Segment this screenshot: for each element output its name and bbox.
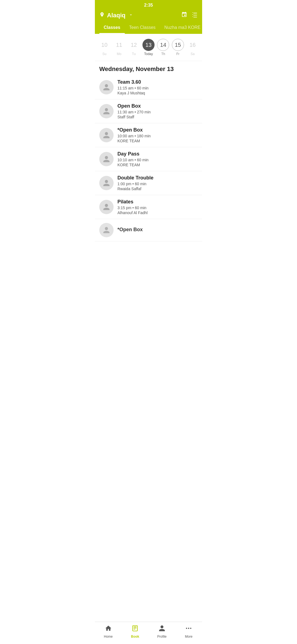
chevron-down-icon [129,13,133,18]
class-trainer: KORE TEAM [117,139,198,143]
class-time: 11:30 am • 270 min [117,110,198,114]
class-name: Open Box [117,103,198,109]
class-trainer: Alhanouf Al Fadhl [117,211,198,215]
avatar [99,128,114,142]
calendar-days: 10 Su 11 Mo 12 Tu 13 Today 14 Th 15 Fr 1… [97,37,200,58]
class-info: Day Pass 10:10 am • 60 min KORE TEAM [117,151,198,167]
day-15[interactable]: 15 Fr [170,37,185,58]
class-info: Open Box 11:30 am • 270 min Staff Staff [117,103,198,119]
day-14[interactable]: 14 Th [156,37,170,58]
class-name: Double Trouble [117,175,198,181]
class-name: Day Pass [117,151,198,157]
avatar [99,104,114,118]
class-item-openbox1[interactable]: Open Box 11:30 am • 270 min Staff Staff [95,99,202,123]
header-right [181,12,198,19]
class-info: *Open Box [117,227,198,233]
avatar [99,152,114,166]
date-heading: Wednesday, November 13 [95,61,202,75]
class-info: *Open Box 10:00 am • 180 min KORE TEAM [117,127,198,143]
avatar [99,200,114,214]
status-time: 2:35 [144,3,153,8]
filter-icon[interactable] [192,12,198,19]
day-10[interactable]: 10 Su [97,37,112,58]
status-bar: 2:35 [95,0,202,9]
header-left[interactable]: Alaqiq [99,12,133,19]
class-item-openbox-star[interactable]: *Open Box 10:00 am • 180 min KORE TEAM [95,123,202,147]
class-time: 1:00 pm • 60 min [117,182,198,186]
avatar [99,223,114,237]
tab-nuzha[interactable]: Nuzha ma3 KORE [160,22,202,34]
class-time: 3:15 pm • 60 min [117,206,198,210]
class-item-daypass[interactable]: Day Pass 10:10 am • 60 min KORE TEAM [95,147,202,171]
class-info: Team 3.60 11:15 am • 60 min Kaya J Musht… [117,79,198,95]
class-trainer: Kaya J Mushtaq [117,91,198,95]
class-item-openbox-partial[interactable]: *Open Box [95,219,202,241]
day-13-today[interactable]: 13 Today [141,37,156,58]
class-name: *Open Box [117,227,198,233]
category-tabs: Classes Teen Classes Nuzha ma3 KORE [95,22,202,34]
class-item-pilates[interactable]: Pilates 3:15 pm • 60 min Alhanouf Al Fad… [95,195,202,219]
day-11[interactable]: 11 Mo [112,37,126,58]
class-info: Double Trouble 1:00 pm • 60 min Rwaida S… [117,175,198,191]
day-12[interactable]: 12 Tu [127,37,141,58]
tab-classes[interactable]: Classes [99,22,125,34]
location-name: Alaqiq [107,12,125,19]
day-16[interactable]: 16 Sa [185,37,200,58]
avatar [99,176,114,190]
class-trainer: Staff Staff [117,115,198,119]
class-time: 10:10 am • 60 min [117,158,198,162]
avatar [99,80,114,94]
class-item-double-trouble[interactable]: Double Trouble 1:00 pm • 60 min Rwaida S… [95,171,202,195]
class-time: 10:00 am • 180 min [117,134,198,138]
class-name: *Open Box [117,127,198,133]
class-info: Pilates 3:15 pm • 60 min Alhanouf Al Fad… [117,199,198,215]
tab-teen-classes[interactable]: Teen Classes [125,22,160,34]
class-trainer: Rwaida Saffaf [117,187,198,191]
calendar-section: 10 Su 11 Mo 12 Tu 13 Today 14 Th 15 Fr 1… [95,34,202,61]
class-list: Team 3.60 11:15 am • 60 min Kaya J Musht… [95,75,202,241]
calendar-icon[interactable] [181,12,187,19]
location-icon [99,12,105,19]
class-name: Team 3.60 [117,79,198,85]
class-time: 11:15 am • 60 min [117,86,198,90]
class-trainer: KORE TEAM [117,163,198,167]
class-item-team360[interactable]: Team 3.60 11:15 am • 60 min Kaya J Musht… [95,75,202,99]
class-name: Pilates [117,199,198,205]
header: Alaqiq [95,9,202,22]
